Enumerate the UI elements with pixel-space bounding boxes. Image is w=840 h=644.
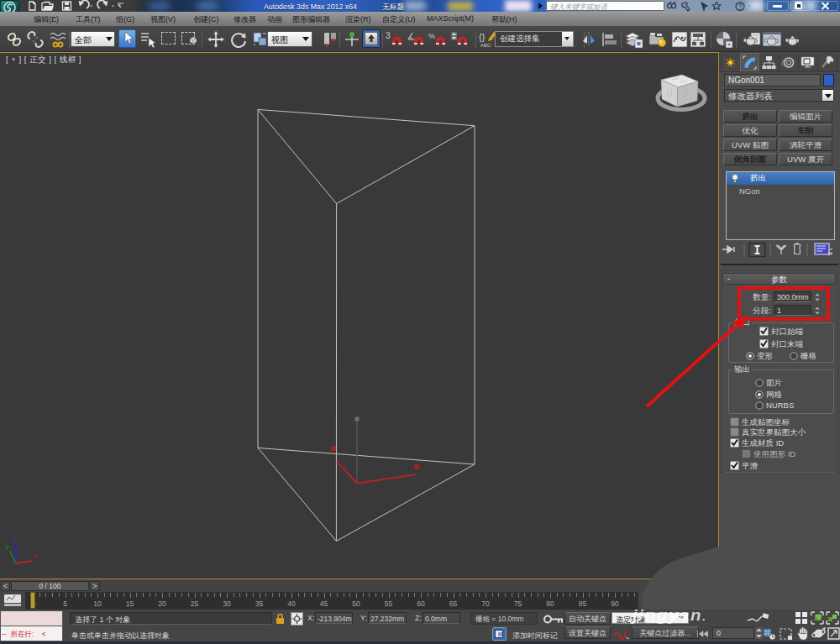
- svg-text:y: y: [6, 543, 9, 550]
- svg-text:z: z: [13, 536, 17, 542]
- svg-text:{}: {}: [479, 32, 486, 42]
- svg-text:3: 3: [386, 31, 391, 40]
- svg-text:x: x: [34, 553, 37, 559]
- svg-text:ABC: ABC: [480, 43, 491, 48]
- svg-text:%: %: [428, 32, 435, 40]
